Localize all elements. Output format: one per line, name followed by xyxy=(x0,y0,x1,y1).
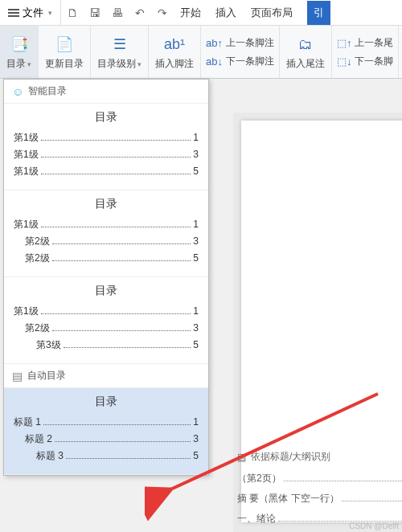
outline-row[interactable]: （第2页） xyxy=(237,472,402,485)
endnote-nav-group: ⬚↑上一条尾 ⬚↓下一条脚 xyxy=(332,26,400,78)
ribbon-tabs: 开始 插入 页面布局 引 xyxy=(180,0,330,25)
toc-preview-row: 第1级1 xyxy=(14,305,199,318)
toc-preview-row: 标题 23 xyxy=(14,432,199,446)
tab-home[interactable]: 开始 xyxy=(180,6,201,20)
qat-save-icon[interactable]: 🖫 xyxy=(84,6,106,19)
hamburger-icon xyxy=(8,9,19,17)
toc-preview-row: 标题 35 xyxy=(14,449,199,463)
level-icon: ☰ xyxy=(113,33,126,55)
quick-access-toolbar: 🗋 🖫 🖶 ↶ ↷ xyxy=(61,0,174,25)
toc-preview-row: 第1级5 xyxy=(14,165,199,178)
insert-footnote-label: 插入脚注 xyxy=(155,57,194,71)
insert-footnote-button[interactable]: ab¹ 插入脚注 xyxy=(149,26,201,78)
prev-footnote-button[interactable]: ab↑上一条脚注 xyxy=(206,36,274,50)
outline-icon: ▤ xyxy=(237,452,246,463)
next-footnote-icon: ab↓ xyxy=(206,55,223,68)
toc-preview-title: 目录 xyxy=(14,197,199,211)
toc-dropdown-panel: ☺ 智能目录 目录第1级1第1级3第1级5目录第1级1第2级3第2级5目录第1级… xyxy=(3,79,209,476)
toc-level-button[interactable]: ☰ 目录级别▾ xyxy=(91,26,149,78)
next-endnote-button[interactable]: ⬚↓下一条脚 xyxy=(337,55,394,68)
tab-references[interactable]: 引 xyxy=(307,1,330,25)
ribbon: 📑 目录▾ 📄 更新目录 ☰ 目录级别▾ ab¹ 插入脚注 ab↑上一条脚注 a… xyxy=(0,26,402,79)
toc-preview-row: 第2级3 xyxy=(14,321,199,335)
toc-label: 目录 xyxy=(6,58,26,69)
toc-level-label: 目录级别 xyxy=(97,58,136,69)
toc-style-option[interactable]: 目录第1级1第2级3第3级5 xyxy=(4,277,208,364)
toc-preview-title: 目录 xyxy=(14,395,199,409)
outline-row[interactable]: 摘 要（黑体 下空一行） xyxy=(237,492,402,505)
next-endnote-icon: ⬚↓ xyxy=(337,55,352,68)
insert-endnote-button[interactable]: 🗂 插入尾注 xyxy=(280,26,332,78)
outline-header-label: 依据标题/大纲识别 xyxy=(251,450,330,464)
tab-layout[interactable]: 页面布局 xyxy=(251,6,293,20)
smart-toc-icon: ☺ xyxy=(12,85,23,98)
toc-preview-row: 第3级5 xyxy=(14,338,199,352)
toc-style-option-auto[interactable]: 目录标题 11标题 23标题 35 xyxy=(4,388,208,475)
toc-button[interactable]: 📑 目录▾ xyxy=(0,26,39,78)
auto-toc-icon: ▤ xyxy=(12,370,23,383)
footnote-icon: ab¹ xyxy=(164,33,185,55)
qat-print-icon[interactable]: 🖶 xyxy=(106,6,129,19)
toc-preview-row: 标题 11 xyxy=(14,415,199,429)
qat-undo-icon[interactable]: ↶ xyxy=(129,6,151,19)
outline-panel: ▤ 依据标题/大纲识别 （第2页）摘 要（黑体 下空一行）一、绪论 xyxy=(237,450,402,532)
toc-preview-row: 第2级3 xyxy=(14,235,199,248)
refresh-icon: 📄 xyxy=(55,33,73,55)
smart-toc-label: 智能目录 xyxy=(28,84,67,98)
prev-endnote-icon: ⬚↑ xyxy=(337,37,352,49)
qat-new-icon[interactable]: 🗋 xyxy=(61,6,84,19)
qat-redo-icon[interactable]: ↷ xyxy=(151,6,174,19)
toc-style-option[interactable]: 目录第1级1第1级3第1级5 xyxy=(4,104,208,190)
next-footnote-button[interactable]: ab↓下一条脚注 xyxy=(206,55,274,68)
top-menu: 文件 ▾ 🗋 🖫 🖶 ↶ ↷ 开始 插入 页面布局 引 xyxy=(0,0,402,26)
prev-footnote-icon: ab↑ xyxy=(206,37,223,49)
update-toc-button[interactable]: 📄 更新目录 xyxy=(39,26,91,78)
toc-preview-title: 目录 xyxy=(14,110,199,125)
prev-endnote-button[interactable]: ⬚↑上一条尾 xyxy=(337,36,394,50)
toc-style-option[interactable]: 目录第1级1第2级3第2级5 xyxy=(4,190,208,277)
toc-preview-row: 第1级1 xyxy=(14,218,199,231)
watermark: CSDN @Delft xyxy=(349,522,399,530)
auto-toc-header: ▤ 自动目录 xyxy=(4,364,208,388)
outline-header: ▤ 依据标题/大纲识别 xyxy=(237,450,402,464)
insert-endnote-label: 插入尾注 xyxy=(286,57,325,71)
update-toc-label: 更新目录 xyxy=(45,57,84,71)
smart-toc-header: ☺ 智能目录 xyxy=(4,80,208,104)
toc-preview-row: 第1级3 xyxy=(14,148,199,162)
toc-preview-row: 第1级1 xyxy=(14,131,199,145)
chevron-down-icon: ▾ xyxy=(48,9,52,17)
toc-icon: 📑 xyxy=(10,33,28,55)
toc-preview-row: 第2级5 xyxy=(14,252,199,265)
file-menu-button[interactable]: 文件 ▾ xyxy=(0,0,61,25)
file-label: 文件 xyxy=(23,6,43,20)
tab-insert[interactable]: 插入 xyxy=(215,6,236,20)
footnote-nav-group: ab↑上一条脚注 ab↓下一条脚注 xyxy=(201,26,280,78)
endnote-icon: 🗂 xyxy=(298,33,313,55)
auto-toc-label: 自动目录 xyxy=(27,369,66,383)
toc-preview-title: 目录 xyxy=(14,284,199,298)
